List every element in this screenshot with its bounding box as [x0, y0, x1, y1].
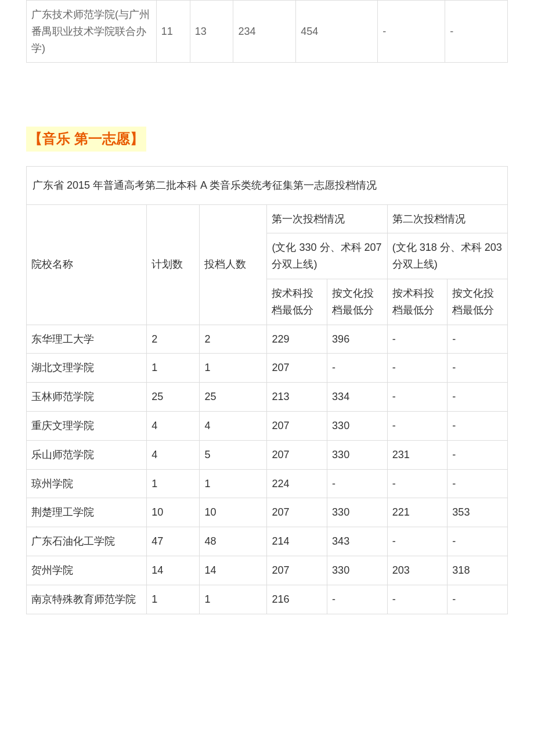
- section-title-music-first-choice: 【音乐 第一志愿】: [26, 127, 146, 151]
- school-name-cell: 贺州学院: [27, 556, 147, 585]
- header-g1-shuke-min: 按术科投档最低分: [267, 279, 327, 325]
- header-group2-title: 第二次投档情况: [387, 204, 507, 233]
- table-row: 贺州学院1414207330203318: [27, 556, 508, 585]
- toudang-count-cell: 5: [200, 440, 267, 469]
- table-row: 玉林师范学院2525213334--: [27, 383, 508, 412]
- table-row: 南京特殊教育师范学院11216---: [27, 585, 508, 614]
- plan-count-cell: 25: [147, 383, 200, 412]
- g2-wenhua-min-cell: 318: [448, 556, 508, 585]
- school-name-cell: 重庆文理学院: [27, 411, 147, 440]
- school-name-cell: 玉林师范学院: [27, 383, 147, 412]
- header-toudang-count: 投档人数: [200, 204, 267, 325]
- g2-shuke-min-cell: 221: [387, 498, 448, 527]
- g2-shuke-min-cell: 231: [387, 440, 448, 469]
- table-row: 重庆文理学院44207330--: [27, 411, 508, 440]
- g2-shuke-min-cell: -: [387, 527, 448, 556]
- g2-shuke-min-cell: -: [387, 411, 448, 440]
- g1-wenhua-min-cell: 330: [327, 411, 388, 440]
- school-name-cell: 东华理工大学: [27, 325, 147, 354]
- school-name-cell: 南京特殊教育师范学院: [27, 585, 147, 614]
- g1-shuke-min-cell: 224: [267, 469, 327, 498]
- g2-shuke-min-cell: -: [387, 325, 448, 354]
- g1-wenhua-min-cell: -: [327, 585, 388, 614]
- plan-count-cell: 47: [147, 527, 200, 556]
- plan-count-cell: 2: [147, 325, 200, 354]
- g2-wenhua-min-cell: -: [448, 383, 508, 412]
- g2-wenhua-min-cell: -: [448, 354, 508, 383]
- toudang-count-cell: 2: [200, 325, 267, 354]
- toudang-count-cell: 10: [200, 498, 267, 527]
- g1-shuke-min-cell: 229: [267, 325, 327, 354]
- g1-wenhua-min-cell: 334: [327, 383, 388, 412]
- g2-wenhua-min-cell: -: [448, 411, 508, 440]
- table-row: 荆楚理工学院1010207330221353: [27, 498, 508, 527]
- g1-wenhua-min-cell: 330: [327, 556, 388, 585]
- table-row: 琼州学院11224---: [27, 469, 508, 498]
- g1-shuke-min-cell: 213: [267, 383, 327, 412]
- school-name-cell: 广东技术师范学院(与广州番禺职业技术学院联合办学): [27, 1, 157, 63]
- plan-count-cell: 4: [147, 440, 200, 469]
- toudang-count-cell: 4: [200, 411, 267, 440]
- school-name-cell: 琼州学院: [27, 469, 147, 498]
- g1-wenhua-min-cell: 330: [327, 440, 388, 469]
- table-row: 乐山师范学院45207330231-: [27, 440, 508, 469]
- plan-count-cell: 4: [147, 411, 200, 440]
- g1-shuke-min-cell: 216: [267, 585, 327, 614]
- header-g2-wenhua-min: 按文化投档最低分: [448, 279, 508, 325]
- cell-c2: 13: [190, 1, 233, 63]
- g1-wenhua-min-cell: -: [327, 469, 388, 498]
- g1-shuke-min-cell: 207: [267, 354, 327, 383]
- g2-wenhua-min-cell: -: [448, 585, 508, 614]
- g2-shuke-min-cell: -: [387, 585, 448, 614]
- toudang-count-cell: 1: [200, 469, 267, 498]
- g1-shuke-min-cell: 207: [267, 440, 327, 469]
- g2-wenhua-min-cell: -: [448, 527, 508, 556]
- top-fragment-table: 广东技术师范学院(与广州番禺职业技术学院联合办学) 11 13 234 454 …: [26, 0, 508, 63]
- cell-c1: 11: [156, 1, 190, 63]
- g2-wenhua-min-cell: -: [448, 469, 508, 498]
- plan-count-cell: 1: [147, 469, 200, 498]
- g1-shuke-min-cell: 214: [267, 527, 327, 556]
- g1-wenhua-min-cell: 396: [327, 325, 388, 354]
- school-name-cell: 广东石油化工学院: [27, 527, 147, 556]
- header-school-name: 院校名称: [27, 204, 147, 325]
- toudang-count-cell: 1: [200, 354, 267, 383]
- header-group1-title: 第一次投档情况: [267, 204, 387, 233]
- g2-shuke-min-cell: -: [387, 383, 448, 412]
- g1-shuke-min-cell: 207: [267, 411, 327, 440]
- toudang-count-cell: 25: [200, 383, 267, 412]
- g1-wenhua-min-cell: 330: [327, 498, 388, 527]
- header-group1-subtitle: (文化 330 分、术科 207 分双上线): [267, 233, 387, 279]
- g2-shuke-min-cell: -: [387, 469, 448, 498]
- table-caption: 广东省 2015 年普通高考第二批本科 A 类音乐类统考征集第一志愿投档情况: [27, 166, 508, 204]
- plan-count-cell: 1: [147, 354, 200, 383]
- cell-c5: -: [378, 1, 445, 63]
- header-group2-subtitle: (文化 318 分、术科 203 分双上线): [387, 233, 507, 279]
- cell-c4: 454: [296, 1, 378, 63]
- cell-c6: -: [445, 1, 508, 63]
- g1-shuke-min-cell: 207: [267, 498, 327, 527]
- g2-wenhua-min-cell: -: [448, 440, 508, 469]
- header-plan-count: 计划数: [147, 204, 200, 325]
- plan-count-cell: 14: [147, 556, 200, 585]
- g2-wenhua-min-cell: 353: [448, 498, 508, 527]
- toudang-count-cell: 14: [200, 556, 267, 585]
- g1-wenhua-min-cell: -: [327, 354, 388, 383]
- g2-shuke-min-cell: 203: [387, 556, 448, 585]
- toudang-count-cell: 1: [200, 585, 267, 614]
- g1-shuke-min-cell: 207: [267, 556, 327, 585]
- music-first-choice-table: 广东省 2015 年普通高考第二批本科 A 类音乐类统考征集第一志愿投档情况 院…: [26, 166, 508, 614]
- g2-shuke-min-cell: -: [387, 354, 448, 383]
- school-name-cell: 湖北文理学院: [27, 354, 147, 383]
- plan-count-cell: 1: [147, 585, 200, 614]
- cell-c3: 234: [233, 1, 296, 63]
- toudang-count-cell: 48: [200, 527, 267, 556]
- table-row: 广东石油化工学院4748214343--: [27, 527, 508, 556]
- plan-count-cell: 10: [147, 498, 200, 527]
- header-g1-wenhua-min: 按文化投档最低分: [327, 279, 388, 325]
- school-name-cell: 乐山师范学院: [27, 440, 147, 469]
- header-g2-shuke-min: 按术科投档最低分: [387, 279, 448, 325]
- school-name-cell: 荆楚理工学院: [27, 498, 147, 527]
- table-row: 湖北文理学院11207---: [27, 354, 508, 383]
- table-row: 东华理工大学22229396--: [27, 325, 508, 354]
